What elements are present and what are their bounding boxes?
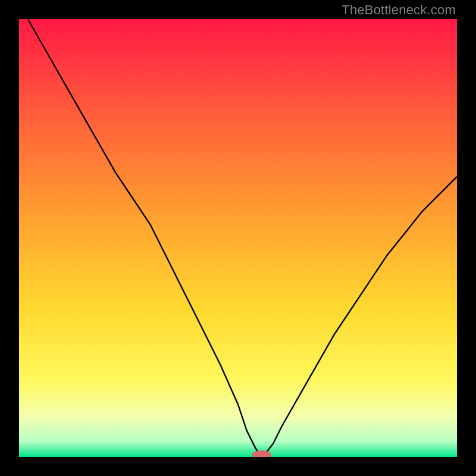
gradient-background xyxy=(19,19,457,457)
bottleneck-chart xyxy=(19,19,457,457)
chart-frame: TheBottleneck.com xyxy=(0,0,476,476)
watermark-text: TheBottleneck.com xyxy=(342,2,456,18)
